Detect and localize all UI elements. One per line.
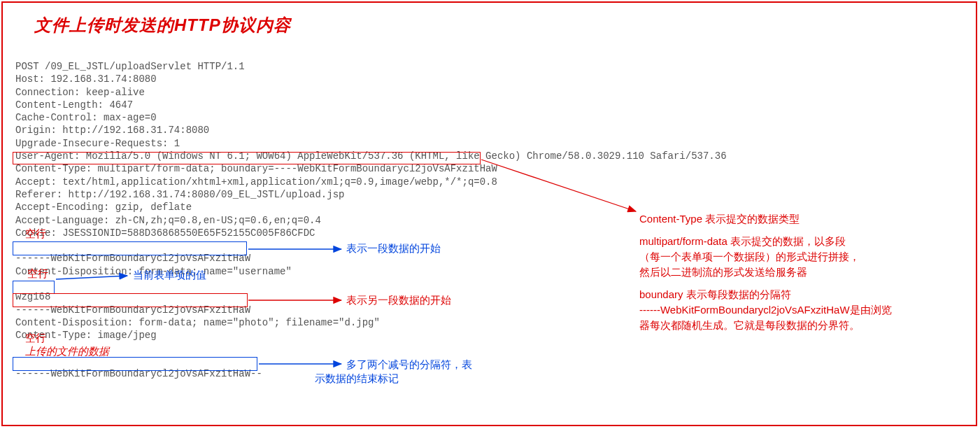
label-blank-3: 空行 xyxy=(25,332,46,345)
document-title: 文件上传时发送的HTTP协议内容 xyxy=(3,3,976,36)
label-end-marker-l1: 多了两个减号的分隔符，表 xyxy=(346,358,472,372)
label-blank-2: 空行 xyxy=(27,267,48,281)
label-end-marker-l2: 示数据的结束标记 xyxy=(315,372,399,386)
http-raw: POST /09_EL_JSTL/uploadServlet HTTP/1.1 … xyxy=(15,60,727,380)
label-start-another: 表示另一段数据的开始 xyxy=(346,294,451,307)
label-file-data: 上传的文件的数据 xyxy=(25,345,109,358)
note-boundary: boundary 表示每段数据的分隔符 ------WebKitFormBoun… xyxy=(639,287,892,333)
note-multipart: multipart/form-data 表示提交的数据，以多段 （每一个表单项一… xyxy=(639,234,892,280)
label-start-segment: 表示一段数据的开始 xyxy=(346,242,441,255)
right-notes: Content-Type 表示提交的数据类型 multipart/form-da… xyxy=(639,211,892,340)
note-content-type: Content-Type 表示提交的数据类型 xyxy=(639,211,892,227)
document-container: 文件上传时发送的HTTP协议内容 POST /09_EL_JSTL/upload… xyxy=(1,1,977,426)
label-form-value: 当前表单项的值 xyxy=(133,269,206,282)
label-blank-1: 空行 xyxy=(25,227,46,241)
